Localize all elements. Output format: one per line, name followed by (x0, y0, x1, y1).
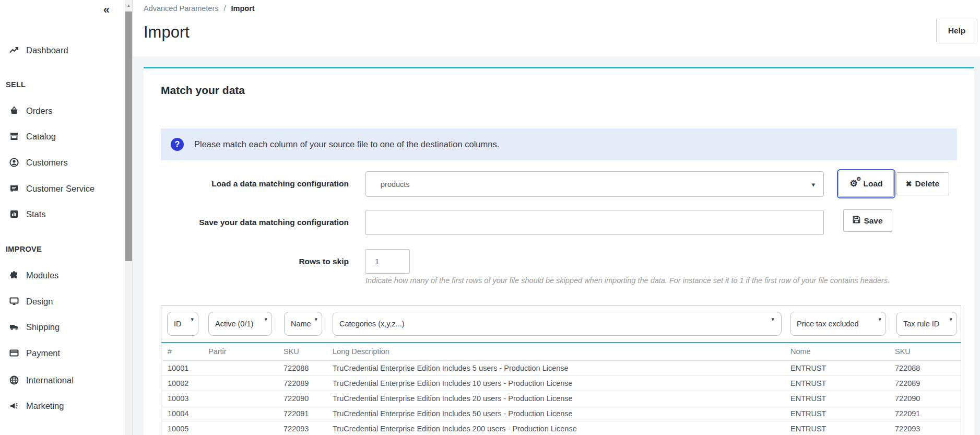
column-select-5[interactable]: Price tax excluded▾ (790, 312, 886, 336)
column-select-value: ID (174, 320, 182, 328)
sidebar-item-catalog[interactable]: Catalog (9, 130, 56, 143)
column-select-2[interactable]: Active (0/1)▾ (208, 312, 272, 336)
table-row: 10001 722088 TruCredential Enterprise Ed… (161, 360, 961, 375)
sidebar-item-orders[interactable]: Orders (9, 104, 52, 117)
scrollbar-thumb[interactable] (125, 11, 132, 261)
table-row: 10005 722093 TruCredential Enterprise Ed… (161, 421, 961, 435)
column-select-6[interactable]: Tax rule ID▾ (896, 312, 957, 336)
sidebar-item-shipping[interactable]: Shipping (9, 320, 60, 334)
bar-chart-icon (9, 209, 19, 219)
save-button[interactable]: Save (843, 209, 892, 232)
sidebar-item-marketing[interactable]: Marketing (9, 399, 64, 413)
column-select-3[interactable]: Name▾ (284, 312, 322, 336)
column-select-value: Active (0/1) (215, 320, 253, 328)
delete-button[interactable]: ✖ Delete (896, 172, 949, 195)
chevron-down-icon: ▾ (878, 316, 881, 323)
table-cell: 722089 (895, 375, 961, 391)
column-header: SKU (895, 343, 961, 360)
table-cell: TruCredential Enterprise Edition Include… (333, 421, 790, 435)
table-cell: 10004 (161, 406, 208, 421)
page-title: Import (144, 23, 190, 42)
sidebar-item-customers[interactable]: Customers (9, 156, 68, 169)
table-cell: ENTRUST (790, 375, 895, 391)
globe-icon (9, 375, 19, 385)
sidebar-item-label: Stats (26, 209, 46, 219)
table-cell: TruCredential Enterprise Edition Include… (333, 360, 790, 375)
sidebar-item-label: Modules (26, 271, 58, 280)
sidebar-item-label: Catalog (26, 132, 56, 142)
sidebar-item-label: Customers (26, 158, 68, 168)
table-cell: 722091 (284, 406, 333, 421)
breadcrumb-parent[interactable]: Advanced Parameters (144, 4, 218, 13)
scroll-up-icon[interactable]: ▲ (125, 3, 132, 8)
sidebar-item-payment[interactable]: Payment (9, 346, 60, 360)
table-cell: 10002 (161, 375, 208, 391)
store-icon (9, 131, 19, 142)
column-select-4[interactable]: Categories (x,y,z...)▾ (333, 312, 782, 336)
column-select-value: Categories (x,y,z...) (339, 320, 405, 328)
sidebar-item-international[interactable]: International (9, 373, 74, 387)
load-button-label: Load (863, 179, 882, 189)
basket-icon (9, 105, 19, 116)
match-your-data-panel: Match your data ? Please match each colu… (144, 67, 974, 435)
sidebar-item-label: Design (26, 297, 53, 307)
save-button-label: Save (864, 216, 882, 226)
sidebar-item-dashboard[interactable]: Dashboard (9, 43, 68, 57)
column-select-value: Name (291, 320, 311, 328)
column-header: Nome (790, 343, 895, 360)
table-cell: TruCredential Enterprise Edition Include… (333, 375, 790, 391)
column-header: Partir (208, 343, 284, 360)
sidebar-collapse-icon[interactable]: « (103, 3, 110, 17)
column-header: Long Description (333, 343, 790, 360)
save-config-input[interactable] (365, 210, 824, 235)
table-cell: 10001 (161, 360, 208, 375)
sidebar-item-label: Shipping (26, 322, 60, 332)
chevron-down-icon: ▾ (191, 316, 194, 323)
chevron-down-icon: ▾ (314, 316, 317, 323)
sidebar-section-sell: SELL (6, 80, 26, 89)
column-matching-table: ID▾ Active (0/1)▾ Name▾ Categories (x,y,… (161, 305, 961, 435)
main-content: Advanced Parameters/Import Import Help M… (133, 0, 980, 435)
destination-column-selects: ID▾ Active (0/1)▾ Name▾ Categories (x,y,… (161, 306, 961, 336)
table-cell: 10003 (161, 391, 208, 406)
rows-to-skip-input[interactable] (365, 249, 410, 274)
chat-icon (9, 183, 19, 194)
table-cell: 722088 (895, 360, 961, 375)
load-config-select[interactable]: products ▾ (365, 171, 824, 197)
table-cell: TruCredential Enterprise Edition Include… (333, 391, 790, 406)
table-cell: 722093 (284, 421, 333, 435)
save-config-label: Save your data matching configuration (161, 218, 349, 227)
chevron-down-icon: ▾ (264, 316, 267, 323)
help-button[interactable]: Help (936, 18, 977, 43)
table-cell (208, 375, 284, 391)
sidebar-item-modules[interactable]: Modules (9, 268, 58, 282)
monitor-icon (9, 296, 19, 307)
table-cell: 722091 (895, 406, 961, 421)
table-cell: 722090 (284, 391, 333, 406)
column-header: # (161, 343, 208, 360)
info-alert: ? Please match each column of your sourc… (161, 128, 957, 160)
info-alert-text: Please match each column of your source … (194, 139, 499, 149)
load-config-label: Load a data matching configuration (161, 179, 349, 189)
sidebar-item-design[interactable]: Design (9, 295, 53, 308)
breadcrumb-separator: / (223, 4, 226, 13)
chevron-down-icon: ▾ (811, 180, 815, 188)
page-header: Advanced Parameters/Import Import Help (133, 0, 980, 56)
sidebar: « Dashboard SELL Orders Catalog Customer… (0, 0, 124, 435)
sidebar-item-stats[interactable]: Stats (9, 207, 46, 221)
table-row: 10004 722091 TruCredential Enterprise Ed… (161, 406, 961, 421)
column-select-value: Price tax excluded (797, 320, 858, 328)
sidebar-item-customer-service[interactable]: Customer Service (9, 182, 95, 195)
person-icon (9, 157, 19, 168)
chevron-down-icon: ▾ (949, 316, 952, 323)
x-icon: ✖ (906, 180, 912, 188)
table-cell: ENTRUST (790, 421, 895, 435)
load-config-selected-value: products (381, 180, 410, 189)
table-cell (208, 406, 284, 421)
table-cell: 10005 (161, 421, 208, 435)
column-select-1[interactable]: ID▾ (167, 312, 198, 336)
sidebar-scrollbar[interactable]: ▲ (125, 0, 133, 435)
table-header-row: # Partir SKU Long Description Nome SKU (161, 343, 961, 360)
load-button[interactable]: ⚙⚙ Load (839, 171, 894, 197)
rows-to-skip-help-text: Indicate how many of the first rows of y… (365, 276, 890, 285)
